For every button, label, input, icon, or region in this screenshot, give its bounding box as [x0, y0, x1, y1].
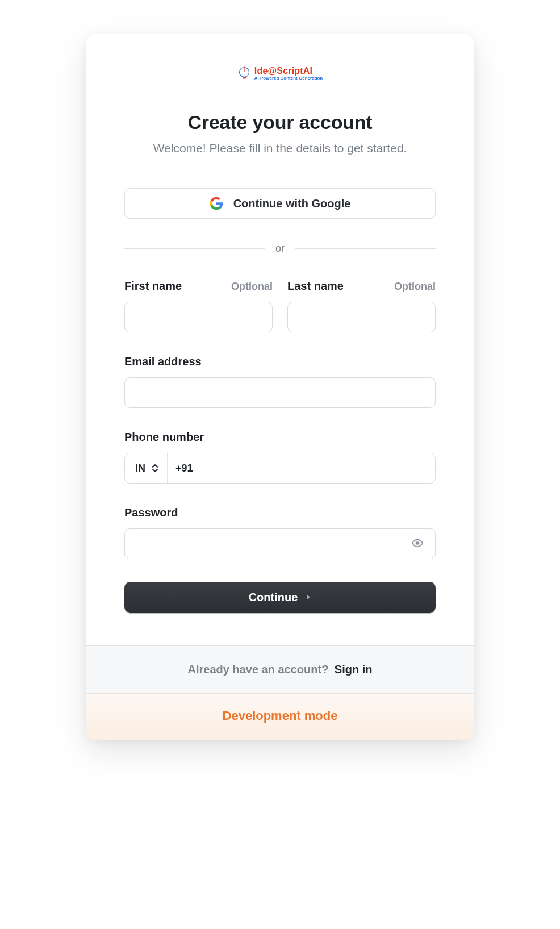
toggle-password-visibility-button[interactable] — [405, 528, 430, 559]
divider-line-left — [124, 248, 265, 249]
sign-in-link[interactable]: Sign in — [335, 663, 373, 676]
phone-field: Phone number IN +91 — [124, 431, 436, 484]
email-field: Email address — [124, 355, 436, 408]
continue-label: Continue — [249, 591, 298, 604]
footer-prompt: Already have an account? — [188, 663, 329, 676]
logo-subtitle: AI Powered Content Generation — [254, 76, 323, 81]
password-label: Password — [124, 506, 178, 519]
continue-with-google-button[interactable]: Continue with Google — [124, 188, 436, 219]
last-name-optional-tag: Optional — [394, 281, 436, 293]
email-input[interactable] — [124, 377, 436, 408]
brand-logo: Ide@ScriptAI AI Powered Content Generati… — [237, 66, 323, 82]
svg-point-1 — [416, 541, 419, 545]
lightbulb-icon — [237, 66, 251, 82]
logo: Ide@ScriptAI AI Powered Content Generati… — [124, 66, 436, 82]
caret-right-icon — [306, 594, 311, 601]
page-title: Create your account — [124, 111, 436, 134]
development-mode-label: Development mode — [223, 709, 338, 723]
phone-label: Phone number — [124, 431, 204, 444]
password-field: Password — [124, 506, 436, 559]
divider: or — [124, 243, 436, 255]
last-name-field: Last name Optional — [287, 280, 436, 332]
first-name-field: First name Optional — [124, 280, 273, 332]
last-name-input[interactable] — [287, 302, 436, 332]
chevron-up-down-icon — [151, 463, 159, 473]
google-button-label: Continue with Google — [233, 197, 351, 210]
eye-icon — [411, 537, 424, 551]
card-footer: Already have an account? Sign in — [86, 645, 474, 693]
dial-prefix: +91 — [168, 453, 197, 483]
password-input[interactable] — [124, 528, 436, 559]
google-icon — [210, 197, 223, 210]
country-code-value: IN — [135, 463, 145, 474]
divider-or: or — [275, 243, 285, 255]
divider-line-right — [295, 248, 436, 249]
page: Ide@ScriptAI AI Powered Content Generati… — [0, 0, 560, 929]
signup-card: Ide@ScriptAI AI Powered Content Generati… — [86, 34, 474, 740]
phone-input-wrap: IN +91 — [124, 453, 436, 484]
page-subtitle: Welcome! Please fill in the details to g… — [124, 141, 436, 155]
logo-title: Ide@ScriptAI — [254, 66, 323, 76]
continue-button[interactable]: Continue — [124, 582, 436, 613]
phone-input[interactable] — [197, 453, 435, 483]
card-body: Ide@ScriptAI AI Powered Content Generati… — [86, 34, 474, 645]
country-code-select[interactable]: IN — [125, 453, 168, 483]
last-name-label: Last name — [287, 280, 344, 293]
email-label: Email address — [124, 355, 202, 368]
development-mode-bar: Development mode — [86, 693, 474, 740]
first-name-optional-tag: Optional — [231, 281, 273, 293]
first-name-input[interactable] — [124, 302, 273, 332]
first-name-label: First name — [124, 280, 182, 293]
